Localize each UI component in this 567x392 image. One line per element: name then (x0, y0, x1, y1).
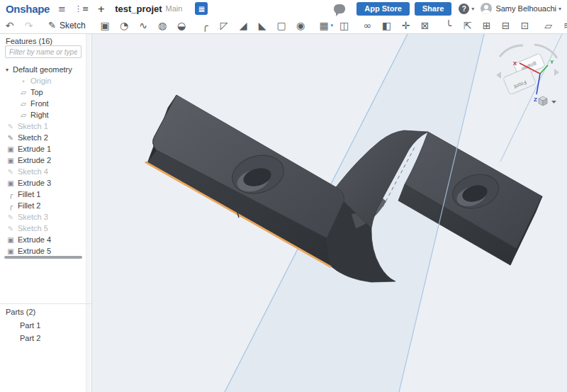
feature-item-label: Origin (30, 77, 51, 85)
feature-filter-input[interactable] (5, 45, 82, 58)
workspace-label[interactable]: Main (166, 4, 183, 13)
rotate-right-arrow-icon (554, 69, 559, 76)
hole-icon[interactable]: ◉ (291, 18, 310, 33)
chamfer-icon[interactable]: ◸ (215, 18, 234, 33)
feature-item-extrude-2[interactable]: ▣Extrude 2 (0, 155, 86, 166)
chevron-down-icon[interactable]: ▾ (6, 67, 13, 73)
modify-fillet-icon[interactable]: ╰ (439, 18, 458, 33)
feature-item-extrude-1[interactable]: ▣Extrude 1 (0, 143, 86, 155)
parts-title: Parts (2) (6, 308, 35, 316)
feature-item-label: Extrude 4 (18, 235, 51, 244)
curves-icon[interactable]: ≋ (558, 18, 567, 33)
graphics-area[interactable]: Bottom Front X Y Z (92, 34, 567, 392)
feature-toolbar: ↶↷✎Sketch▣◔∿◍◒╭◸◢◣▢◉▦▾◫∞◧✛⊠╰⇱⊞⊟⊡▱≋◷⇲(x)▩… (0, 17, 567, 34)
flatten-icon[interactable]: ⊡ (515, 18, 534, 33)
part-body[interactable] (146, 95, 542, 282)
view-options-button[interactable] (539, 96, 556, 106)
plane-icon: ▱ (18, 111, 28, 119)
user-name[interactable]: Samy Belhouachi (495, 4, 556, 13)
sketch-icon: ✎ (6, 213, 16, 221)
axis-z-label: Z (534, 96, 537, 103)
insert-element-icon[interactable]: + (97, 4, 105, 14)
fillet-icon[interactable]: ╭ (196, 18, 215, 33)
feature-item-origin[interactable]: ∙Origin (0, 75, 86, 86)
feedback-icon[interactable] (334, 4, 345, 13)
user-caret-icon[interactable]: ▾ (558, 6, 561, 12)
feature-item-right[interactable]: ▱Right (0, 109, 86, 121)
feature-item-extrude-3[interactable]: ▣Extrude 3 (0, 177, 86, 189)
revolve-icon[interactable]: ◔ (115, 18, 134, 33)
transform-icon[interactable]: ✛ (396, 18, 415, 33)
feature-item-front[interactable]: ▱Front (0, 98, 86, 109)
move-face-icon[interactable]: ⇱ (458, 18, 477, 33)
sketch-button[interactable]: ✎Sketch (43, 18, 91, 33)
sheet-metal-icon[interactable]: ⊟ (496, 18, 515, 33)
axis-x-label: X (513, 60, 517, 67)
app-store-button[interactable]: App Store (357, 2, 410, 16)
axis-y-label: Y (550, 59, 554, 65)
learning-center-icon[interactable]: ▦ (195, 2, 208, 15)
feature-item-fillet-2[interactable]: ╭Fillet 2 (0, 200, 86, 211)
extrude-icon: ▣ (6, 236, 16, 244)
extrude-icon: ▣ (6, 179, 16, 187)
undo-icon[interactable]: ↶ (0, 18, 19, 33)
help-icon[interactable]: ? (459, 4, 469, 14)
surface-icon[interactable]: ▱ (539, 18, 558, 33)
rib-icon[interactable]: ◣ (253, 18, 272, 33)
feature-item-label: Sketch 2 (18, 133, 48, 142)
shell-icon[interactable]: ▢ (272, 18, 291, 33)
split-icon[interactable]: ◧ (377, 18, 396, 33)
feature-item-label: Extrude 2 (18, 156, 51, 164)
draft-icon[interactable]: ◢ (234, 18, 253, 33)
mirror-icon[interactable]: ◫ (335, 18, 354, 33)
feature-item-label: Right (30, 111, 49, 119)
part-item-part-1[interactable]: Part 1 (0, 319, 86, 332)
feature-item-sketch-3[interactable]: ✎Sketch 3 (0, 211, 86, 223)
thicken-icon[interactable]: ◒ (172, 18, 191, 33)
document-title[interactable]: test_projet (115, 4, 162, 14)
feature-item-top[interactable]: ▱Top (0, 86, 86, 98)
part-item-part-2[interactable]: Part 2 (0, 332, 86, 345)
feature-item-sketch-5[interactable]: ✎Sketch 5 (0, 223, 86, 234)
main-menu-icon[interactable]: ≡ (58, 4, 66, 14)
extrude-icon: ▣ (6, 247, 16, 255)
feature-item-extrude-5[interactable]: ▣Extrude 5 (0, 245, 86, 257)
feature-item-sketch-1[interactable]: ✎Sketch 1 (0, 121, 86, 132)
share-button[interactable]: Share (415, 2, 452, 16)
feature-item-default-geometry[interactable]: ▾Default geometry (0, 64, 86, 75)
linear-pattern-caret-icon[interactable]: ▾ (331, 23, 334, 28)
extrude-icon: ▣ (6, 145, 16, 153)
redo-icon[interactable]: ↷ (19, 18, 38, 33)
user-avatar[interactable] (481, 3, 492, 14)
fillet-icon: ╭ (6, 191, 16, 198)
delete-part-icon[interactable]: ⊠ (415, 18, 434, 33)
sweep-icon[interactable]: ∿ (134, 18, 153, 33)
panel-scrollbar[interactable] (86, 34, 91, 392)
view-options-caret-icon (551, 101, 556, 103)
offset-surface-icon[interactable]: ⊞ (477, 18, 496, 33)
sketch-icon: ✎ (6, 123, 16, 130)
sketch-icon: ✎ (6, 134, 16, 142)
boolean-icon[interactable]: ∞ (358, 18, 377, 33)
sketch-icon: ✎ (6, 225, 16, 233)
view-cube[interactable]: Bottom Front X Y Z (496, 45, 559, 103)
feature-item-sketch-4[interactable]: ✎Sketch 4 (0, 166, 86, 177)
versions-icon[interactable]: ⋮≡ (74, 4, 89, 13)
feature-item-fillet-1[interactable]: ╭Fillet 1 (0, 189, 86, 200)
feature-item-sketch-2[interactable]: ✎Sketch 2 (0, 132, 86, 143)
parts-divider (0, 303, 91, 304)
feature-item-extrude-4[interactable]: ▣Extrude 4 (0, 234, 86, 245)
feature-item-label: Front (30, 99, 49, 108)
pencil-icon: ✎ (48, 20, 56, 30)
onshape-logo[interactable]: Onshape (6, 3, 50, 15)
extrude-icon[interactable]: ▣ (96, 18, 115, 33)
rollback-bar[interactable] (4, 256, 82, 259)
feature-item-label: Extrude 3 (18, 179, 51, 187)
loft-icon[interactable]: ◍ (153, 18, 172, 33)
sketch-button-label: Sketch (60, 21, 86, 30)
3d-viewport[interactable]: Bottom Front X Y Z (92, 34, 567, 392)
rotate-left-arrow-icon (496, 72, 501, 79)
feature-item-label: Top (30, 88, 43, 96)
help-caret-icon[interactable]: ▾ (471, 6, 474, 12)
extrude-icon: ▣ (6, 157, 16, 164)
